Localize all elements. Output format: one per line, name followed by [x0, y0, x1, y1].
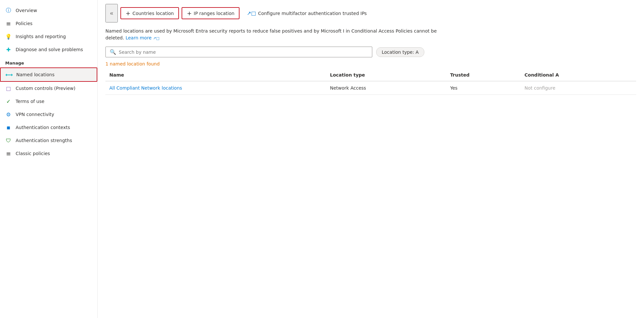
main-content: « + Countries location + IP ranges locat… — [98, 0, 644, 318]
row-conditional-access-cell: Not configure — [521, 81, 636, 95]
countries-location-label: Countries location — [132, 11, 174, 16]
configure-mfa-button[interactable]: ↗□ Configure multifactor authentication … — [242, 8, 371, 18]
sidebar-item-label: Custom controls (Preview) — [16, 86, 75, 91]
sidebar-item-label: Classic policies — [16, 151, 50, 156]
named-locations-icon: ⟷ — [6, 71, 12, 78]
wrench-icon: ✚ — [5, 46, 12, 53]
description-block: Named locations are used by Microsoft En… — [98, 22, 456, 41]
sidebar-item-overview[interactable]: ⓘ Overview — [0, 4, 97, 17]
sidebar-item-named-locations[interactable]: ⟷ Named locations — [0, 67, 97, 82]
sidebar-item-label: Overview — [16, 8, 37, 13]
result-count: 1 named location found — [98, 57, 644, 66]
sidebar-item-label: Terms of use — [16, 99, 44, 104]
vpn-icon: ⚙ — [5, 111, 12, 118]
sidebar-item-auth-contexts[interactable]: ◾ Authentication contexts — [0, 121, 97, 134]
classic-policies-icon: ≡ — [5, 150, 12, 157]
countries-location-button[interactable]: + Countries location — [120, 7, 179, 19]
col-conditional-access: Conditional A — [521, 69, 636, 81]
terms-icon: ✓ — [5, 98, 12, 105]
location-type-filter-button[interactable]: Location type: A — [376, 47, 424, 57]
sidebar-item-label: Diagnose and solve problems — [16, 47, 83, 52]
sidebar-item-insights-reporting[interactable]: 💡 Insights and reporting — [0, 30, 97, 43]
row-trusted-cell: Yes — [446, 81, 520, 95]
search-input-wrap: 🔍 — [105, 47, 372, 57]
configure-mfa-label: Configure multifactor authentication tru… — [258, 11, 367, 16]
plus-icon-2: + — [187, 10, 192, 17]
named-locations-table: Name Location type Trusted Conditional A — [105, 69, 636, 95]
search-bar-row: 🔍 Location type: A — [98, 41, 644, 57]
external-link-icon: ↗□ — [247, 10, 256, 16]
sidebar-item-policies[interactable]: ≡ Policies — [0, 17, 97, 30]
sidebar-item-label: Authentication contexts — [16, 125, 70, 130]
table-header-row: Name Location type Trusted Conditional A — [105, 69, 636, 81]
list-icon: ≡ — [5, 20, 12, 27]
row-name-cell[interactable]: All Compliant Network locations — [105, 81, 326, 95]
top-bar: « + Countries location + IP ranges locat… — [98, 0, 644, 22]
learn-more-link[interactable]: Learn more ↗□ — [126, 35, 159, 40]
sidebar-item-label: Authentication strengths — [16, 138, 72, 143]
sidebar: ⓘ Overview ≡ Policies 💡 Insights and rep… — [0, 0, 98, 318]
plus-icon: + — [126, 10, 130, 17]
sidebar-item-custom-controls[interactable]: □ Custom controls (Preview) — [0, 82, 97, 95]
ip-ranges-location-button[interactable]: + IP ranges location — [182, 7, 240, 19]
insights-icon: 💡 — [5, 33, 12, 40]
auth-contexts-icon: ◾ — [5, 124, 12, 131]
sidebar-item-label: VPN connectivity — [16, 112, 54, 117]
table-row: All Compliant Network locations Network … — [105, 81, 636, 95]
info-icon: ⓘ — [5, 7, 12, 14]
sidebar-item-label: Named locations — [16, 72, 54, 77]
sidebar-item-vpn[interactable]: ⚙ VPN connectivity — [0, 108, 97, 121]
sidebar-item-diagnose[interactable]: ✚ Diagnose and solve problems — [0, 43, 97, 56]
sidebar-item-auth-strengths[interactable]: 🛡 Authentication strengths — [0, 134, 97, 147]
sidebar-item-classic-policies[interactable]: ≡ Classic policies — [0, 147, 97, 160]
search-input[interactable] — [119, 50, 368, 55]
sidebar-item-terms-of-use[interactable]: ✓ Terms of use — [0, 95, 97, 108]
auth-strengths-icon: 🛡 — [5, 137, 12, 144]
sidebar-item-label: Policies — [16, 21, 33, 26]
row-location-type-cell: Network Access — [326, 81, 446, 95]
col-location-type: Location type — [326, 69, 446, 81]
col-trusted: Trusted — [446, 69, 520, 81]
ip-ranges-label: IP ranges location — [194, 11, 234, 16]
sidebar-item-label: Insights and reporting — [16, 34, 66, 39]
search-icon: 🔍 — [110, 49, 116, 55]
external-link-icon-small: ↗□ — [153, 36, 159, 40]
location-type-filter-label: Location type: A — [382, 50, 419, 55]
collapse-sidebar-button[interactable]: « — [105, 4, 118, 22]
manage-section-header: Manage — [0, 56, 97, 67]
custom-controls-icon: □ — [5, 85, 12, 92]
table-wrap: Name Location type Trusted Conditional A — [98, 69, 644, 95]
col-name: Name — [105, 69, 326, 81]
